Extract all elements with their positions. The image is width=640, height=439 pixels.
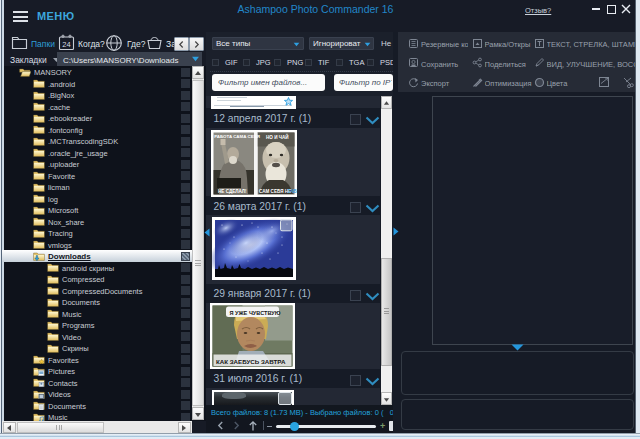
svg-text:НО И ЧАЙ: НО И ЧАЙ — [266, 132, 289, 139]
svg-text:24: 24 — [62, 40, 70, 49]
svg-text:НЕ СДЕЛАЛ!: НЕ СДЕЛАЛ! — [218, 188, 247, 193]
svg-text:КАК ЗАЕБУСЬ ЗАВТРА: КАК ЗАЕБУСЬ ЗАВТРА — [216, 358, 286, 365]
svg-text:Я УЖЕ ЧУВСТВУЮ: Я УЖЕ ЧУВСТВУЮ — [230, 310, 281, 316]
svg-text:ЗАВ: ЗАВ — [287, 188, 297, 193]
svg-text:РАБОТА САМА СЕБЯ: РАБОТА САМА СЕБЯ — [214, 134, 260, 139]
